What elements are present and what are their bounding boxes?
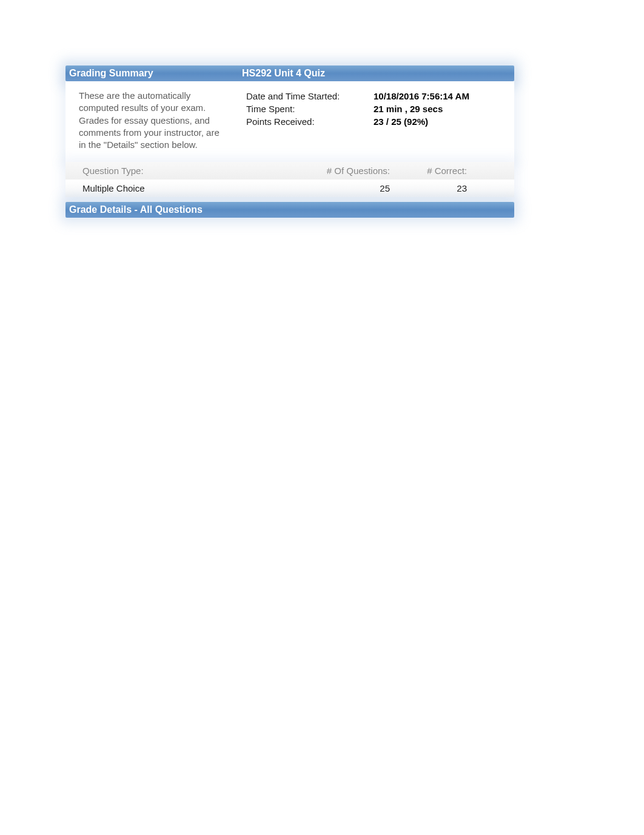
grading-summary-container: Grading Summary HS292 Unit 4 Quiz These … bbox=[65, 65, 514, 218]
grade-details-header: Grade Details - All Questions bbox=[65, 202, 514, 218]
time-spent-label: Time Spent: bbox=[246, 102, 374, 115]
summary-stats: Date and Time Started: Time Spent: Point… bbox=[235, 90, 514, 151]
stats-values: 10/18/2016 7:56:14 AM 21 min , 29 secs 2… bbox=[374, 90, 514, 151]
table-row: Multiple Choice 25 23 bbox=[65, 179, 514, 197]
time-spent-value: 21 min , 29 secs bbox=[374, 102, 514, 115]
question-type-table: Question Type: # Of Questions: # Correct… bbox=[65, 162, 514, 197]
summary-content: These are the automatically computed res… bbox=[65, 81, 514, 162]
date-time-label: Date and Time Started: bbox=[246, 90, 374, 102]
num-correct-value: 23 bbox=[396, 183, 514, 193]
stats-labels: Date and Time Started: Time Spent: Point… bbox=[246, 90, 374, 151]
summary-header-bar: Grading Summary HS292 Unit 4 Quiz bbox=[65, 65, 514, 81]
quiz-title: HS292 Unit 4 Quiz bbox=[242, 68, 511, 79]
grading-summary-title: Grading Summary bbox=[69, 68, 242, 79]
num-correct-header: # Correct: bbox=[396, 166, 514, 176]
question-type-header: Question Type: bbox=[65, 166, 272, 176]
summary-description: These are the automatically computed res… bbox=[65, 90, 235, 151]
date-time-value: 10/18/2016 7:56:14 AM bbox=[374, 90, 514, 102]
points-received-value: 23 / 25 (92%) bbox=[374, 115, 514, 128]
num-questions-header: # Of Questions: bbox=[272, 166, 396, 176]
num-questions-value: 25 bbox=[272, 183, 396, 193]
points-received-label: Points Received: bbox=[246, 115, 374, 128]
table-header-row: Question Type: # Of Questions: # Correct… bbox=[65, 162, 514, 179]
question-type-value: Multiple Choice bbox=[65, 183, 272, 193]
